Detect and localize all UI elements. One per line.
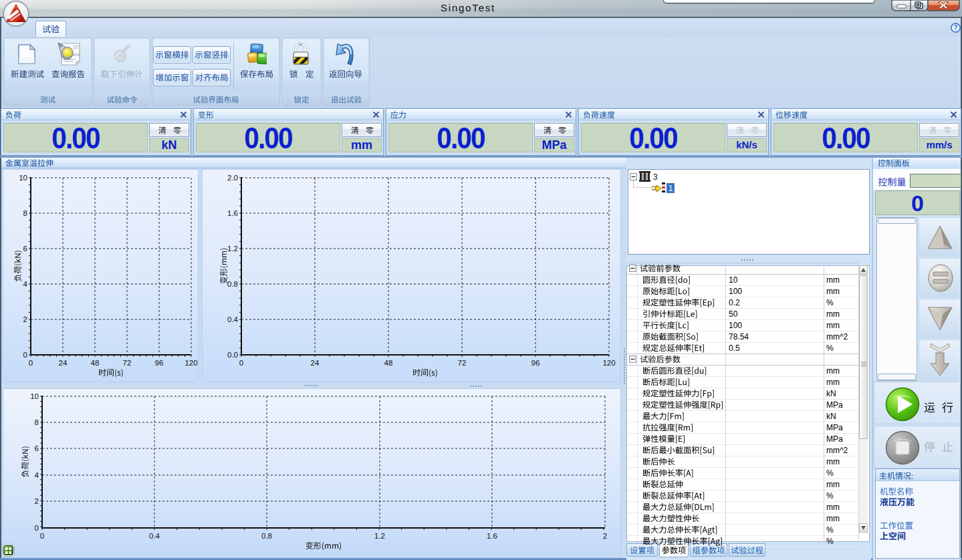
svg-text:?: ? xyxy=(953,24,957,31)
svg-text:40%: 40% xyxy=(72,53,81,57)
